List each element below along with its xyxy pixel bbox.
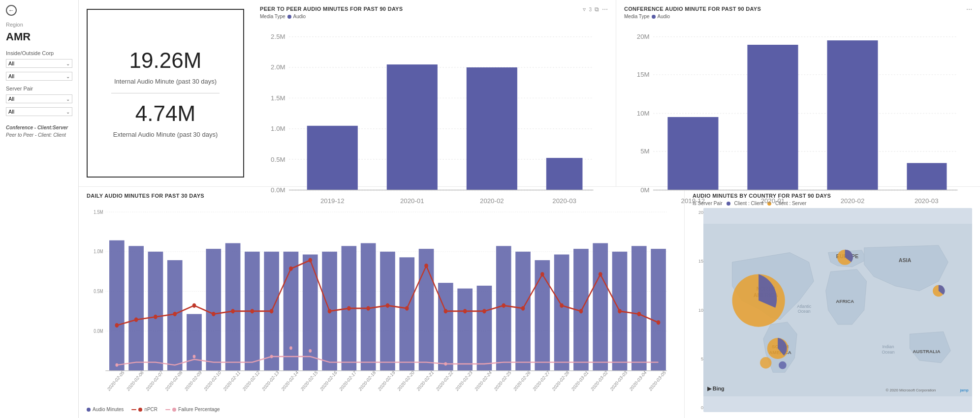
svg-point-81 [173,312,177,316]
svg-text:2020-01: 2020-01 [761,197,785,205]
conference-chart-toolbar: ⋯ [966,6,972,13]
svg-point-93 [405,306,409,310]
peer-chart-dot [287,15,291,19]
svg-point-99 [521,306,525,310]
svg-text:15M: 15M [637,71,650,78]
svg-point-90 [347,306,351,310]
kpi-label1: Internal Audio Minute (past 30 days) [114,78,217,85]
audio-minutes-dot [87,408,91,412]
svg-rect-50 [128,246,144,371]
conference-chart-header: CONFERENCE AUDIO MINUTE FOR PAST 90 DAYS… [624,6,972,22]
svg-text:jamp: jamp [960,388,969,392]
chevron-down-icon4: ⌄ [66,109,70,115]
more-icon[interactable]: ⋯ [602,6,608,13]
svg-text:2020-02-25: 2020-02-25 [493,369,512,392]
kpi-value2: 4.74M [135,101,195,126]
svg-text:2020-02-20: 2020-02-20 [396,369,415,392]
inside-outside-filter[interactable]: All ⌄ [6,59,72,68]
chevron-down-icon3: ⌄ [66,96,70,102]
svg-text:AUSTRALIA: AUSTRALIA [913,349,940,354]
svg-text:2020-02-17: 2020-02-17 [339,369,357,392]
svg-rect-35 [827,40,878,190]
map-svg: Atlantic Ocean Indian Ocean NORTH AMERIC… [703,208,972,412]
svg-text:2020-02-19: 2020-02-19 [377,369,396,392]
conference-chart-svg: 20M 15M 10M 5M 0M 2019-12 2020-01 2020 [624,22,972,212]
svg-rect-31 [667,117,718,190]
daily-chart-panel: DAILY AUDIO MINUTES FOR PAST 30 DAYS 1.5… [79,187,685,418]
svg-point-104 [618,309,622,313]
svg-text:0.0M: 0.0M [94,328,103,334]
svg-text:2020-02-05: 2020-02-05 [106,369,125,392]
main-content: 19.26M Internal Audio Minute (past 30 da… [79,0,980,418]
svg-point-110 [289,346,292,350]
svg-text:2020-02-12: 2020-02-12 [242,369,260,392]
svg-rect-72 [554,255,569,371]
svg-text:2.0M: 2.0M [271,63,285,71]
kpi-divider [111,93,220,93]
svg-point-112 [444,362,447,366]
svg-rect-63 [380,252,395,371]
svg-point-87 [289,267,293,271]
svg-rect-16 [467,67,517,190]
svg-point-109 [270,355,273,358]
kpi-label2: External Audio Minute (past 30 days) [113,131,218,138]
svg-rect-68 [477,286,492,371]
chevron-down-icon2: ⌄ [66,74,70,79]
svg-rect-77 [651,249,666,371]
conf-more-icon[interactable]: ⋯ [966,6,972,13]
svg-rect-54 [206,249,221,371]
filter2-label: Server Pair [6,86,72,91]
back-button[interactable]: ← [6,5,72,16]
inside-outside-filter2[interactable]: All ⌄ [6,72,72,81]
svg-text:1.5M: 1.5M [94,209,103,215]
svg-text:2020-02-15: 2020-02-15 [300,369,318,392]
svg-point-111 [309,349,312,353]
svg-text:2020-03-02: 2020-03-02 [590,369,608,392]
svg-text:1.0M: 1.0M [271,125,285,132]
failure-line-icon [165,409,170,410]
bottom-row: DAILY AUDIO MINUTES FOR PAST 30 DAYS 1.5… [79,187,980,418]
svg-text:2020-02-16: 2020-02-16 [319,369,338,392]
svg-point-101 [560,303,564,308]
svg-text:2020-03-05: 2020-03-05 [648,369,666,392]
svg-text:2019-12: 2019-12 [681,197,705,205]
svg-point-89 [328,309,332,313]
svg-point-91 [366,306,370,310]
svg-text:5M: 5M [640,148,649,155]
conference-chart-title: CONFERENCE AUDIO MINUTE FOR PAST 90 DAYS [624,6,761,12]
svg-text:2020-02-18: 2020-02-18 [358,369,377,392]
svg-rect-70 [515,252,531,371]
svg-point-98 [502,303,506,308]
npcr-legend: nPCR [131,407,158,412]
svg-text:2020-02: 2020-02 [841,197,865,205]
svg-text:2020-02-24: 2020-02-24 [474,369,493,392]
peer-chart-area: 2.5M 2.0M 1.5M 1.0M 0.5M 0.0M 2019-12 20… [260,22,608,212]
expand-icon[interactable]: ⧉ [595,6,599,13]
server-pair-filter2[interactable]: All ⌄ [6,107,72,116]
svg-text:AFRICA: AFRICA [836,299,854,304]
svg-text:Ocean: Ocean [882,350,894,355]
daily-chart-legend: Audio Minutes nPCR Failure Percentage [87,407,676,412]
peer-chart-toolbar: ▿ 3 ⧉ ⋯ [583,6,608,13]
npcr-line-icon [131,409,136,410]
peer-chart-svg: 2.5M 2.0M 1.5M 1.0M 0.5M 0.0M 2019-12 20… [260,22,608,212]
svg-point-94 [424,264,428,268]
svg-point-79 [134,317,138,322]
svg-text:Ocean: Ocean [798,309,811,314]
svg-rect-55 [225,243,241,370]
svg-text:ASIA: ASIA [899,257,912,263]
server-pair-filter[interactable]: All ⌄ [6,94,72,103]
svg-rect-51 [148,252,163,371]
svg-text:2020-02-13: 2020-02-13 [261,369,280,392]
svg-text:© 2020 Microsoft Corporation: © 2020 Microsoft Corporation [886,388,936,392]
svg-point-100 [540,272,544,276]
svg-text:0.0M: 0.0M [271,186,285,194]
svg-text:2020-02-21: 2020-02-21 [416,369,435,392]
filter-icon[interactable]: ▿ [583,6,586,13]
svg-point-106 [657,320,661,325]
back-icon: ← [6,5,17,16]
svg-text:2020-02-14: 2020-02-14 [281,369,300,392]
svg-point-92 [386,303,390,308]
svg-point-96 [463,309,467,313]
svg-text:2020-03: 2020-03 [915,197,939,205]
